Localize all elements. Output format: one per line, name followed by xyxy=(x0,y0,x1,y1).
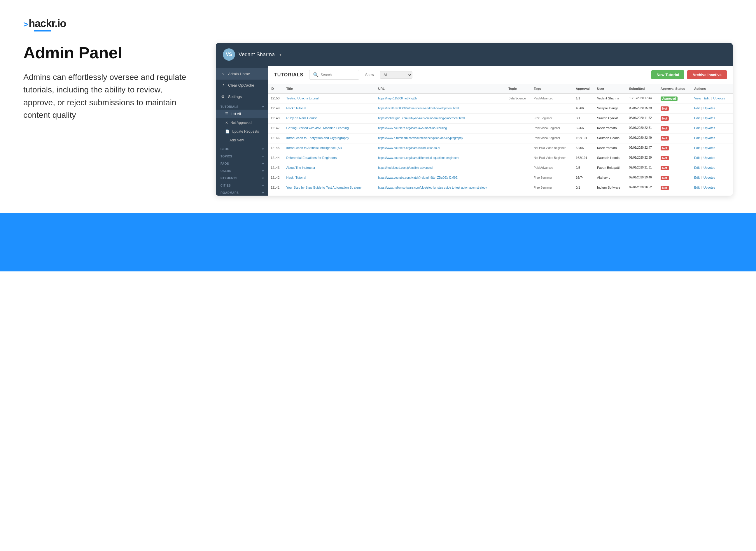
cell-submitted: 02/01/2020 16:52 xyxy=(627,183,658,193)
sidebar-section-cities[interactable]: CITIES ▾ xyxy=(216,181,268,188)
left-panel: Admin Panel Admins can effortlessly over… xyxy=(23,43,193,196)
sidebar-item-clear-opcache[interactable]: ↺ Clear OpCache xyxy=(216,80,268,91)
sidebar-sub-not-approved[interactable]: ✕ Not Approved xyxy=(216,118,268,127)
tutorial-title-link[interactable]: Introduction to Artificial Intelligence … xyxy=(286,146,342,149)
upvotes-action[interactable]: Upvotes xyxy=(704,116,715,120)
tutorial-url-link[interactable]: https://localhost:8000/tutorials/learn-a… xyxy=(378,107,458,110)
tutorial-title-link[interactable]: Introduction to Encryption and Cryptogra… xyxy=(286,136,349,140)
edit-action[interactable]: Edit xyxy=(694,156,700,159)
toolbar-right: New Tutorial Archive Inactive xyxy=(651,70,727,79)
col-title: Title xyxy=(284,84,376,94)
cell-actions: Edit | Upvotes xyxy=(692,153,733,163)
cell-user: Akshay L xyxy=(595,173,627,183)
upvotes-action[interactable]: Upvotes xyxy=(704,156,715,159)
cell-approval-status: Not xyxy=(658,143,692,153)
show-select[interactable]: All Approved Not Approved xyxy=(380,71,412,79)
view-action[interactable]: View xyxy=(694,96,701,100)
cell-approval-status: Not xyxy=(658,133,692,143)
upvotes-action[interactable]: Upvotes xyxy=(704,126,715,130)
tutorial-url-link[interactable]: https://kodekloud.com/p/ansible-advanced xyxy=(378,166,432,169)
edit-action[interactable]: Edit xyxy=(704,96,709,100)
cell-topic: Data Science xyxy=(506,94,531,104)
cell-user: Sravan Cynixit xyxy=(595,114,627,124)
sidebar-item-admin-home[interactable]: ⌂ Admin Home xyxy=(216,68,268,80)
cell-approval: 62/66 xyxy=(574,124,595,133)
tutorial-url-link[interactable]: https://imp.i115008.net/Rxg3b xyxy=(378,97,417,100)
edit-action[interactable]: Edit xyxy=(694,186,700,189)
panel-body: ⌂ Admin Home ↺ Clear OpCache ⚙ Settings … xyxy=(216,66,733,196)
tutorial-url-link[interactable]: https://www.coursera.org/learn/different… xyxy=(378,156,459,159)
tutorial-title-link[interactable]: Differential Equations for Engineers xyxy=(286,156,337,159)
edit-action[interactable]: Edit xyxy=(694,126,700,130)
tags-label: Not Paid Video Beginner xyxy=(534,156,565,159)
search-box[interactable]: 🔍 xyxy=(309,70,359,80)
upvotes-action[interactable]: Upvotes xyxy=(704,186,715,189)
search-input[interactable] xyxy=(321,73,356,77)
cell-approval: 162/191 xyxy=(574,133,595,143)
plus-icon: + xyxy=(225,138,227,142)
upvotes-action[interactable]: Upvotes xyxy=(704,166,715,169)
tutorial-url-link[interactable]: https://www.youtube.com/watch?reload=9&v… xyxy=(378,176,457,179)
cell-actions: Edit | Upvotes xyxy=(692,143,733,153)
new-tutorial-button[interactable]: New Tutorial xyxy=(651,70,684,79)
edit-action[interactable]: Edit xyxy=(694,146,700,149)
tutorial-title-link[interactable]: Hackr Tutorial xyxy=(286,176,306,179)
cell-tags: Paid Advanced xyxy=(531,163,574,173)
tutorial-url-link[interactable]: https://www.futurelearn.com/courses/encr… xyxy=(378,136,463,140)
cell-approval: 162/191 xyxy=(574,153,595,163)
cell-user: Kevin Yamato xyxy=(595,124,627,133)
upvotes-action[interactable]: Upvotes xyxy=(704,136,715,140)
logo-underline xyxy=(34,30,51,31)
cell-title: Hackr Tutorial xyxy=(284,104,376,114)
sidebar-sub-add-new[interactable]: + Add New xyxy=(216,136,268,145)
sidebar-section-roadmaps[interactable]: ROADMAPS ▾ xyxy=(216,188,268,196)
cell-url: https://www.coursera.org/learn/different… xyxy=(376,153,506,163)
tutorial-title-link[interactable]: Testing Udacity tutorial xyxy=(286,96,319,100)
section-arrow: ▾ xyxy=(262,105,264,108)
edit-action[interactable]: Edit xyxy=(694,166,700,169)
tutorial-title-link[interactable]: Ruby on Rails Course xyxy=(286,116,318,120)
cell-topic xyxy=(506,153,531,163)
archive-inactive-button[interactable]: Archive Inactive xyxy=(687,70,727,79)
status-badge: Not xyxy=(661,186,669,190)
list-icon: ☰ xyxy=(225,112,229,116)
sidebar-sub-list-all[interactable]: ☰ List All xyxy=(216,110,268,118)
tutorial-title-link[interactable]: About The Instructor xyxy=(286,166,315,169)
tags-label: Paid Advanced xyxy=(534,166,553,169)
tutorial-title-link[interactable]: Your Step by Step Guide to Test Automati… xyxy=(286,186,362,189)
col-tags: Tags xyxy=(531,84,574,94)
status-badge: Approved xyxy=(661,96,678,101)
tutorial-title-link[interactable]: Getting Started with AWS Machine Learnin… xyxy=(286,126,349,130)
cell-tags xyxy=(531,104,574,114)
table-row: 12148 Ruby on Rails Course https://onlin… xyxy=(268,114,733,124)
chevron-down-icon[interactable]: ▾ xyxy=(280,52,282,57)
cell-approval: 2/5 xyxy=(574,163,595,173)
tutorial-title-link[interactable]: Hackr Tutorial xyxy=(286,106,306,110)
col-approval: Approval xyxy=(574,84,595,94)
edit-action[interactable]: Edit xyxy=(694,106,700,110)
tutorial-url-link[interactable]: https://www.coursera.org/learn/introduct… xyxy=(378,146,440,149)
sidebar-section-users[interactable]: USERS ▾ xyxy=(216,166,268,174)
sidebar-section-faqs[interactable]: FAQS ▾ xyxy=(216,159,268,166)
cell-title: Your Step by Step Guide to Test Automati… xyxy=(284,183,376,193)
edit-action[interactable]: Edit xyxy=(694,176,700,179)
edit-action[interactable]: Edit xyxy=(694,116,700,120)
upvotes-action[interactable]: Upvotes xyxy=(713,96,725,100)
tutorial-url-link[interactable]: https://onlinetguru.com/ruby-on-rails-on… xyxy=(378,117,465,120)
edit-action[interactable]: Edit xyxy=(694,136,700,140)
cell-url: https://localhost:8000/tutorials/learn-a… xyxy=(376,104,506,114)
sidebar-section-topics[interactable]: TOPICS ▾ xyxy=(216,152,268,159)
cell-tags: Paid Video Beginner xyxy=(531,133,574,143)
tutorial-url-link[interactable]: https://www.indiumsoftware.com/blog/step… xyxy=(378,186,487,189)
sidebar-section-payments[interactable]: PAYMENTS ▾ xyxy=(216,174,268,181)
doc-icon: 📄 xyxy=(225,129,230,133)
tutorial-url-link[interactable]: https://www.coursera.org/learn/aws-machi… xyxy=(378,126,447,130)
cell-actions: View| Edit | Upvotes xyxy=(692,94,733,104)
sidebar-sub-update-requests[interactable]: 📄 Update Requests xyxy=(216,127,268,136)
sidebar-section-blog[interactable]: BLOG ▾ xyxy=(216,145,268,152)
sidebar-section-tutorials[interactable]: TUTORIALS ▾ xyxy=(216,102,268,110)
sidebar-item-settings[interactable]: ⚙ Settings xyxy=(216,91,268,102)
upvotes-action[interactable]: Upvotes xyxy=(704,176,715,179)
upvotes-action[interactable]: Upvotes xyxy=(704,106,715,110)
upvotes-action[interactable]: Upvotes xyxy=(704,146,715,149)
